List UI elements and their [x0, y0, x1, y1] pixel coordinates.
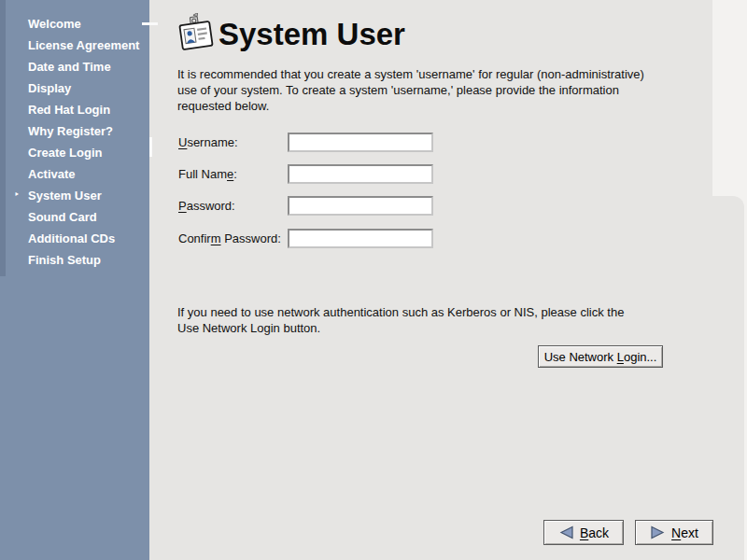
back-arrow-icon	[558, 525, 574, 539]
sidebar-item-system-user: ‣ System User	[0, 185, 149, 206]
back-button[interactable]: Back	[543, 520, 624, 545]
firstboot-window: Welcome License Agreement Date and Time …	[0, 0, 747, 560]
password-label: Password:	[178, 196, 235, 216]
confirm-password-input[interactable]	[288, 229, 433, 248]
wizard-sidebar: Welcome License Agreement Date and Time …	[0, 0, 149, 560]
sidebar-item-welcome: Welcome	[0, 13, 149, 35]
sidebar-item-activate: Activate	[0, 163, 149, 185]
intro-text: It is recommended that you create a syst…	[177, 66, 652, 114]
sidebar-item-sound-card: Sound Card	[0, 206, 149, 228]
sidebar-item-create-login: Create Login	[0, 142, 149, 163]
confirm-password-label: Confirm Password:	[178, 229, 281, 248]
next-button[interactable]: Next	[635, 520, 713, 545]
sidebar-item-license-agreement: License Agreement	[0, 35, 149, 56]
content-panel-lower	[149, 196, 744, 560]
page-title: System User	[218, 17, 405, 52]
password-input[interactable]	[288, 196, 433, 216]
active-step-arrow-icon: ‣	[14, 185, 20, 206]
sidebar-item-date-and-time: Date and Time	[0, 56, 149, 77]
network-auth-note: If you need to use network authenticatio…	[177, 304, 649, 336]
id-badge-icon	[177, 13, 215, 58]
full-name-input[interactable]	[288, 164, 433, 184]
sidebar-item-red-hat-login: Red Hat Login	[0, 99, 149, 120]
username-input[interactable]	[288, 133, 433, 152]
panel-notch-line	[149, 137, 152, 157]
sidebar-item-why-register: Why Register?	[0, 120, 149, 142]
full-name-label: Full Name:	[178, 164, 237, 184]
next-arrow-icon	[650, 525, 666, 539]
username-label: Username:	[178, 133, 238, 152]
wizard-step-list: Welcome License Agreement Date and Time …	[0, 13, 149, 271]
sidebar-item-display: Display	[0, 77, 149, 99]
sidebar-item-finish-setup: Finish Setup	[0, 249, 149, 271]
sidebar-item-additional-cds: Additional CDs	[0, 228, 149, 249]
sidebar-connector-line	[142, 22, 158, 25]
use-network-login-button[interactable]: Use Network Login...	[538, 345, 663, 368]
